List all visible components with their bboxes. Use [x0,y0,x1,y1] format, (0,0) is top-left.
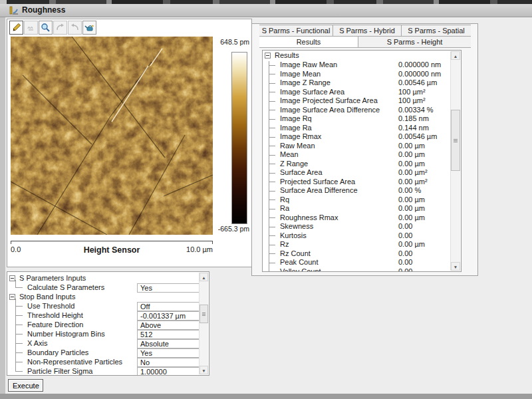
result-row[interactable]: Rq 0.00 µm [263,196,451,205]
results-panel: S Parms - Functional S Parms - Hybrid S … [251,23,478,276]
result-label: Image Rq [280,114,312,122]
collapse-box-icon[interactable] [9,294,15,300]
scrollbar-thumb[interactable] [451,110,460,171]
input-row[interactable]: Threshold Height-0.001337 µm [7,311,200,320]
result-row[interactable]: Image Surface Area Difference 0.00334 % [263,106,451,115]
pan-tool-button [24,21,38,35]
input-value-field[interactable]: 512 [137,330,200,339]
result-value: 0.00 µm [398,213,425,223]
scroll-up-icon[interactable]: ▲ [451,51,460,60]
pan-hand-icon [26,23,36,33]
result-row[interactable]: Image Ra 0.144 nm [263,124,451,133]
result-value: 0.00546 µm [398,78,437,88]
roughness-window: { "window": { "title": "Roughness" }, "t… [0,0,532,399]
scroll-down-icon[interactable]: ▼ [200,366,208,374]
result-label: Valley Count [280,267,321,272]
x-axis-bracket [11,241,213,244]
input-value-field[interactable]: Yes [137,348,200,358]
result-label: Surface Area [280,168,323,176]
result-row[interactable]: Image Surface Area 100 µm² [263,88,451,97]
input-row[interactable]: Calculate S ParametersYes [7,283,200,292]
result-row[interactable]: Projected Surface Area 0.00 µm² [263,178,451,187]
input-value-field[interactable]: No [137,358,200,367]
result-row[interactable]: Z Range 0.00 µm [263,160,451,169]
input-label: X Axis [27,339,48,347]
input-row[interactable]: Particle Filter Sigma1.00000 [7,366,200,375]
result-row[interactable]: Mean 0.00 µm [263,150,451,160]
input-row[interactable]: Non-Representative ParticlesNo [7,357,200,366]
rotate-left-tool-button [53,21,67,35]
collapse-box-icon[interactable] [265,53,271,59]
tab-s-parms-hybrid[interactable]: S Parms - Hybrid [333,25,402,36]
result-row[interactable]: Image Z Range 0.00546 µm [263,78,451,88]
input-value-field[interactable]: 1.00000 [137,367,200,376]
inputs-scrollbar[interactable]: ▲ ▼ [199,273,208,374]
result-value: 100 µm² [398,88,426,97]
input-group-children: Calculate S ParametersYes [7,283,200,292]
result-label: Skewness [280,222,313,230]
input-group-header[interactable]: Stop Band Inputs [7,292,200,301]
result-value: 0.00 µm [398,240,425,249]
result-row[interactable]: Roughness Rmax 0.00 µm [263,213,451,223]
result-value: 0.144 nm [398,124,429,133]
input-value-field[interactable]: Yes [137,283,200,293]
result-row[interactable]: Image Raw Mean 0.000000 nm [263,61,451,70]
input-value-field[interactable]: Absolute [137,339,200,348]
scroll-up-icon[interactable]: ▲ [200,273,208,281]
result-row[interactable]: Skewness 0.00 [263,222,451,231]
result-label: Kurtosis [280,231,307,239]
result-row[interactable]: Kurtosis 0.00 [263,231,451,241]
result-value: 100 µm² [398,96,426,106]
result-row[interactable]: Valley Count 0.00 [263,267,451,272]
tab-s-parms-spatial[interactable]: S Parms - Spatial [402,25,471,36]
result-row[interactable]: Image Projected Surface Area 100 µm² [263,96,451,106]
input-row[interactable]: Use ThresholdOff [7,301,200,311]
result-label: Ra [280,204,289,212]
tab-s-parms-functional[interactable]: S Parms - Functional [259,25,333,36]
surface-tool-button[interactable] [82,21,96,35]
scroll-down-icon[interactable]: ▼ [451,262,460,271]
result-label: Image Ra [280,124,312,132]
input-row[interactable]: Feature DirectionAbove [7,320,200,329]
result-row[interactable]: Peak Count 0.00 [263,258,451,267]
result-label: Image Z Range [280,78,331,86]
input-label: Number Histogram Bins [27,330,105,338]
result-row[interactable]: Image Rq 0.185 nm [263,114,451,124]
app-icon [9,5,19,18]
result-row[interactable]: Rz Count 0.00 [263,249,451,259]
result-label: Raw Mean [280,142,315,150]
result-row[interactable]: Ra 0.00 µm [263,204,451,213]
execute-button[interactable]: Execute [8,379,43,392]
result-row[interactable]: Image Mean 0.000000 nm [263,70,451,79]
result-label: Image Surface Area Difference [280,106,380,114]
scrollbar-thumb[interactable] [200,305,208,323]
result-row[interactable]: Raw Mean 0.00 µm [263,142,451,151]
result-value: 0.00 µm² [398,178,428,187]
tab-s-parms-height[interactable]: S Parms - Height [358,37,471,47]
result-row[interactable]: Rz 0.00 µm [263,240,451,249]
result-value: 0.00 [398,231,412,241]
ruler-tool-button[interactable] [9,21,23,35]
input-value-field[interactable]: Above [137,321,200,330]
collapse-box-icon[interactable] [9,275,15,281]
result-row[interactable]: Image Rmax 0.00546 µm [263,132,451,142]
color-scale-bar [231,52,247,224]
result-row[interactable]: Surface Area Difference 0.00 % [263,186,451,196]
input-row[interactable]: X AxisAbsolute [7,338,200,348]
input-value-field[interactable]: Off [137,302,200,311]
result-row[interactable]: Surface Area 0.00 µm² [263,168,451,178]
input-row[interactable]: Boundary ParticlesYes [7,348,200,357]
input-value-field[interactable]: -0.001337 µm [137,311,200,321]
tab-results[interactable]: Results [259,37,358,47]
input-group-header[interactable]: S Parameters Inputs [7,273,200,283]
rotate-right-icon [70,23,80,33]
afm-height-image[interactable] [11,37,213,235]
result-value: 0.00 µm [398,196,425,205]
results-root-row[interactable]: Results [263,51,451,61]
input-row[interactable]: Number Histogram Bins512 [7,329,200,338]
input-label: Threshold Height [27,311,83,319]
results-scrollbar[interactable]: ▲ ▼ [450,51,460,271]
result-value: 0.185 nm [398,114,429,124]
zoom-tool-button[interactable] [39,21,53,35]
result-value: 0.00 [398,249,412,259]
